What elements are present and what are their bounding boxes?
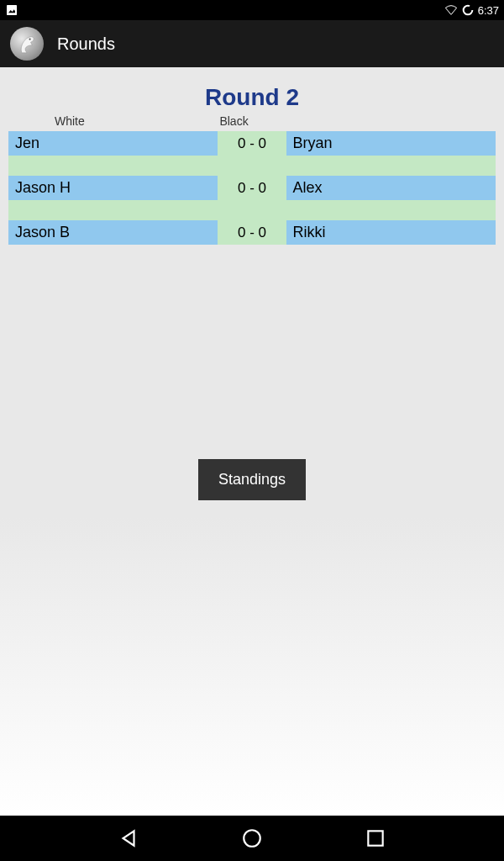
status-time: 6:37 bbox=[478, 4, 499, 17]
app-icon bbox=[10, 27, 44, 61]
wifi-icon bbox=[444, 3, 458, 17]
back-button[interactable] bbox=[118, 827, 139, 849]
white-player: Jason B bbox=[8, 220, 218, 245]
svg-point-2 bbox=[29, 39, 31, 40]
match-row[interactable]: Jason B 0 - 0 Rikki bbox=[8, 220, 496, 245]
image-icon bbox=[5, 3, 18, 17]
spacer-row bbox=[8, 156, 496, 176]
match-score: 0 - 0 bbox=[218, 131, 286, 156]
app-bar: Rounds bbox=[0, 20, 504, 67]
match-score: 0 - 0 bbox=[218, 220, 286, 245]
white-player: Jen bbox=[8, 131, 218, 156]
match-score: 0 - 0 bbox=[218, 176, 286, 200]
loading-icon bbox=[461, 3, 475, 17]
match-row[interactable]: Jason H 0 - 0 Alex bbox=[8, 176, 496, 200]
header-white: White bbox=[8, 114, 218, 128]
recent-apps-button[interactable] bbox=[365, 827, 386, 849]
svg-point-1 bbox=[463, 6, 472, 15]
svg-point-3 bbox=[244, 830, 260, 847]
navigation-bar bbox=[0, 816, 504, 861]
match-row[interactable]: Jen 0 - 0 Bryan bbox=[8, 131, 496, 156]
round-title: Round 2 bbox=[205, 84, 299, 111]
home-button[interactable] bbox=[241, 827, 263, 849]
app-title: Rounds bbox=[57, 34, 115, 54]
match-table: Jen 0 - 0 Bryan Jason H 0 - 0 Alex Jason… bbox=[8, 131, 496, 245]
header-black: Black bbox=[218, 114, 286, 128]
spacer-row bbox=[8, 200, 496, 220]
svg-rect-0 bbox=[7, 5, 17, 15]
column-headers: White Black bbox=[8, 114, 496, 128]
status-bar: 6:37 bbox=[0, 0, 504, 20]
black-player: Bryan bbox=[286, 131, 496, 156]
white-player: Jason H bbox=[8, 176, 218, 200]
black-player: Rikki bbox=[286, 220, 496, 245]
standings-button[interactable]: Standings bbox=[198, 459, 306, 500]
content-area: Round 2 White Black Jen 0 - 0 Bryan Jaso… bbox=[0, 67, 504, 816]
svg-rect-4 bbox=[368, 831, 382, 845]
black-player: Alex bbox=[286, 176, 496, 200]
